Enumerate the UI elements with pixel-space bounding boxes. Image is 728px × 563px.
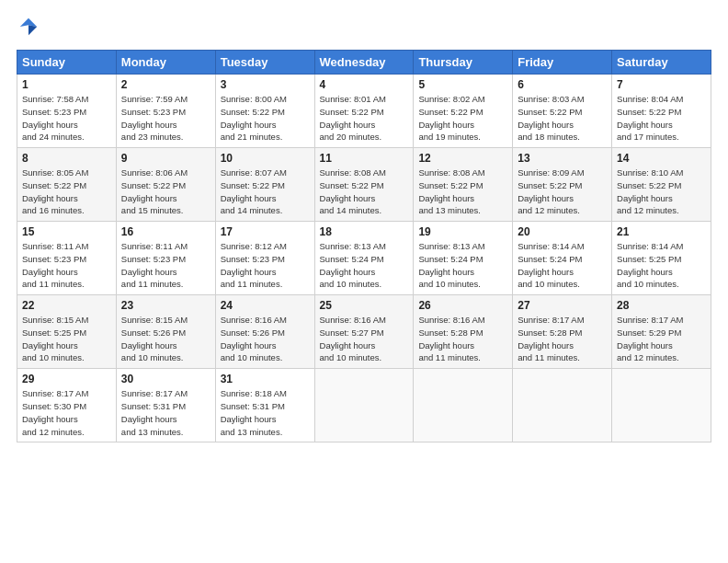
calendar-cell: 25 Sunrise: 8:16 AMSunset: 5:27 PMDaylig… — [314, 295, 414, 369]
day-number: 13 — [518, 152, 607, 165]
day-number: 3 — [221, 78, 310, 91]
calendar-cell: 24 Sunrise: 8:16 AMSunset: 5:26 PMDaylig… — [215, 295, 314, 369]
calendar-cell: 29 Sunrise: 8:17 AMSunset: 5:30 PMDaylig… — [17, 369, 117, 442]
calendar-cell — [414, 369, 513, 442]
weekday-sunday: Sunday — [17, 51, 117, 75]
day-info: Sunrise: 8:14 AMSunset: 5:24 PMDaylight … — [518, 240, 607, 291]
day-info: Sunrise: 8:11 AMSunset: 5:23 PMDaylight … — [22, 240, 111, 291]
calendar-cell: 7 Sunrise: 8:04 AMSunset: 5:22 PMDayligh… — [612, 75, 711, 148]
calendar-cell: 16 Sunrise: 8:11 AMSunset: 5:23 PMDaylig… — [116, 222, 215, 295]
day-number: 7 — [617, 78, 706, 91]
calendar-cell: 15 Sunrise: 8:11 AMSunset: 5:23 PMDaylig… — [17, 222, 117, 295]
day-info: Sunrise: 8:12 AMSunset: 5:23 PMDaylight … — [221, 240, 310, 291]
calendar-cell: 19 Sunrise: 8:13 AMSunset: 5:24 PMDaylig… — [414, 222, 513, 295]
day-info: Sunrise: 8:10 AMSunset: 5:22 PMDaylight … — [617, 167, 706, 217]
calendar-table: SundayMondayTuesdayWednesdayThursdayFrid… — [17, 50, 711, 442]
calendar-week-row: 22 Sunrise: 8:15 AMSunset: 5:25 PMDaylig… — [17, 295, 711, 369]
day-info: Sunrise: 8:16 AMSunset: 5:27 PMDaylight … — [320, 314, 409, 364]
day-number: 11 — [320, 152, 409, 165]
day-number: 16 — [121, 225, 210, 238]
calendar-cell: 20 Sunrise: 8:14 AMSunset: 5:24 PMDaylig… — [513, 222, 612, 295]
day-info: Sunrise: 8:16 AMSunset: 5:26 PMDaylight … — [221, 314, 310, 364]
page: SundayMondayTuesdayWednesdayThursdayFrid… — [0, 0, 728, 563]
header — [17, 17, 711, 37]
calendar-cell: 4 Sunrise: 8:01 AMSunset: 5:22 PMDayligh… — [314, 75, 414, 148]
day-info: Sunrise: 8:03 AMSunset: 5:22 PMDaylight … — [518, 93, 607, 144]
day-info: Sunrise: 8:18 AMSunset: 5:31 PMDaylight … — [221, 387, 310, 438]
weekday-thursday: Thursday — [414, 51, 513, 75]
day-number: 10 — [221, 152, 310, 165]
day-info: Sunrise: 8:17 AMSunset: 5:29 PMDaylight … — [617, 314, 706, 364]
day-number: 23 — [121, 299, 210, 312]
day-info: Sunrise: 8:14 AMSunset: 5:25 PMDaylight … — [617, 240, 706, 291]
day-info: Sunrise: 8:11 AMSunset: 5:23 PMDaylight … — [121, 240, 210, 291]
day-number: 5 — [418, 78, 507, 91]
calendar-week-row: 1 Sunrise: 7:58 AMSunset: 5:23 PMDayligh… — [17, 75, 711, 148]
day-info: Sunrise: 8:08 AMSunset: 5:22 PMDaylight … — [418, 167, 507, 217]
calendar-cell: 13 Sunrise: 8:09 AMSunset: 5:22 PMDaylig… — [513, 148, 612, 222]
calendar-cell: 9 Sunrise: 8:06 AMSunset: 5:22 PMDayligh… — [116, 148, 215, 222]
logo — [17, 17, 39, 37]
day-info: Sunrise: 7:58 AMSunset: 5:23 PMDaylight … — [22, 93, 111, 144]
calendar-cell — [314, 369, 414, 442]
day-info: Sunrise: 8:15 AMSunset: 5:25 PMDaylight … — [22, 314, 111, 364]
calendar-cell: 1 Sunrise: 7:58 AMSunset: 5:23 PMDayligh… — [17, 75, 117, 148]
day-info: Sunrise: 7:59 AMSunset: 5:23 PMDaylight … — [121, 93, 210, 144]
day-info: Sunrise: 8:17 AMSunset: 5:30 PMDaylight … — [22, 387, 111, 438]
day-number: 1 — [22, 78, 111, 91]
day-info: Sunrise: 8:02 AMSunset: 5:22 PMDaylight … — [418, 93, 507, 144]
day-number: 26 — [418, 299, 507, 312]
calendar-cell: 26 Sunrise: 8:16 AMSunset: 5:28 PMDaylig… — [414, 295, 513, 369]
day-info: Sunrise: 8:17 AMSunset: 5:28 PMDaylight … — [518, 314, 607, 364]
calendar-cell: 6 Sunrise: 8:03 AMSunset: 5:22 PMDayligh… — [513, 75, 612, 148]
calendar-cell: 28 Sunrise: 8:17 AMSunset: 5:29 PMDaylig… — [612, 295, 711, 369]
calendar-cell: 11 Sunrise: 8:08 AMSunset: 5:22 PMDaylig… — [314, 148, 414, 222]
day-info: Sunrise: 8:06 AMSunset: 5:22 PMDaylight … — [121, 167, 210, 217]
calendar-cell: 14 Sunrise: 8:10 AMSunset: 5:22 PMDaylig… — [612, 148, 711, 222]
calendar-cell: 17 Sunrise: 8:12 AMSunset: 5:23 PMDaylig… — [215, 222, 314, 295]
day-number: 12 — [418, 152, 507, 165]
weekday-friday: Friday — [513, 51, 612, 75]
calendar-cell: 23 Sunrise: 8:15 AMSunset: 5:26 PMDaylig… — [116, 295, 215, 369]
calendar-week-row: 15 Sunrise: 8:11 AMSunset: 5:23 PMDaylig… — [17, 222, 711, 295]
calendar-cell: 5 Sunrise: 8:02 AMSunset: 5:22 PMDayligh… — [414, 75, 513, 148]
day-info: Sunrise: 8:15 AMSunset: 5:26 PMDaylight … — [121, 314, 210, 364]
day-info: Sunrise: 8:05 AMSunset: 5:22 PMDaylight … — [22, 167, 111, 217]
day-number: 27 — [518, 299, 607, 312]
day-number: 9 — [121, 152, 210, 165]
calendar-cell: 27 Sunrise: 8:17 AMSunset: 5:28 PMDaylig… — [513, 295, 612, 369]
day-info: Sunrise: 8:08 AMSunset: 5:22 PMDaylight … — [320, 167, 409, 217]
day-number: 19 — [418, 225, 507, 238]
day-number: 29 — [22, 373, 111, 385]
calendar-cell: 22 Sunrise: 8:15 AMSunset: 5:25 PMDaylig… — [17, 295, 117, 369]
calendar-cell: 18 Sunrise: 8:13 AMSunset: 5:24 PMDaylig… — [314, 222, 414, 295]
weekday-wednesday: Wednesday — [314, 51, 414, 75]
day-number: 17 — [221, 225, 310, 238]
day-number: 18 — [320, 225, 409, 238]
day-info: Sunrise: 8:13 AMSunset: 5:24 PMDaylight … — [418, 240, 507, 291]
day-info: Sunrise: 8:17 AMSunset: 5:31 PMDaylight … — [121, 387, 210, 438]
day-info: Sunrise: 8:04 AMSunset: 5:22 PMDaylight … — [617, 93, 706, 144]
day-info: Sunrise: 8:09 AMSunset: 5:22 PMDaylight … — [518, 167, 607, 217]
calendar-cell: 31 Sunrise: 8:18 AMSunset: 5:31 PMDaylig… — [215, 369, 314, 442]
weekday-header-row: SundayMondayTuesdayWednesdayThursdayFrid… — [17, 51, 711, 75]
calendar-cell: 10 Sunrise: 8:07 AMSunset: 5:22 PMDaylig… — [215, 148, 314, 222]
calendar-cell: 8 Sunrise: 8:05 AMSunset: 5:22 PMDayligh… — [17, 148, 117, 222]
calendar-week-row: 8 Sunrise: 8:05 AMSunset: 5:22 PMDayligh… — [17, 148, 711, 222]
day-number: 8 — [22, 152, 111, 165]
svg-marker-1 — [28, 25, 37, 35]
day-info: Sunrise: 8:01 AMSunset: 5:22 PMDaylight … — [320, 93, 409, 144]
logo-text — [17, 17, 39, 37]
calendar-cell: 3 Sunrise: 8:00 AMSunset: 5:22 PMDayligh… — [215, 75, 314, 148]
calendar-week-row: 29 Sunrise: 8:17 AMSunset: 5:30 PMDaylig… — [17, 369, 711, 442]
calendar-cell — [612, 369, 711, 442]
day-number: 20 — [518, 225, 607, 238]
day-number: 4 — [320, 78, 409, 91]
logo-icon — [18, 17, 39, 37]
day-number: 22 — [22, 299, 111, 312]
day-number: 21 — [617, 225, 706, 238]
calendar-cell: 30 Sunrise: 8:17 AMSunset: 5:31 PMDaylig… — [116, 369, 215, 442]
day-number: 31 — [221, 373, 310, 385]
day-number: 2 — [121, 78, 210, 91]
calendar-cell: 21 Sunrise: 8:14 AMSunset: 5:25 PMDaylig… — [612, 222, 711, 295]
